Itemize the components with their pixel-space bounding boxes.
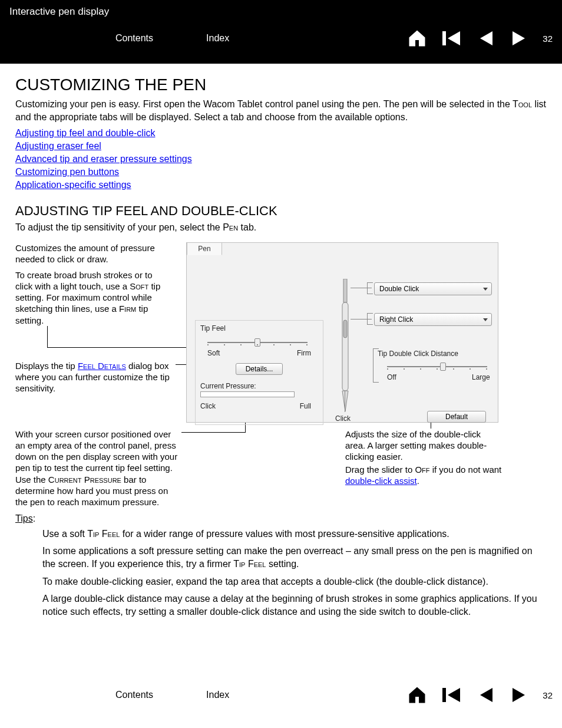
callout-dblclick-area: Adjusts the size of the double-click are… — [345, 429, 498, 463]
section-sub: To adjust the tip sensitivity of your pe… — [15, 221, 547, 234]
callout-pressure: Customizes the amount of pressure needed… — [15, 242, 168, 265]
index-link[interactable]: Index — [206, 33, 229, 44]
pen-shape — [339, 279, 352, 414]
header-nav: Contents Index 32 — [9, 26, 553, 51]
link-eraser-feel[interactable]: Adjusting eraser feel — [15, 141, 547, 151]
tip-4: A large double-click distance may cause … — [42, 592, 547, 618]
callout-current-pressure: With your screen cursor positioned over … — [15, 429, 180, 508]
footer-nav: Contents Index 32 — [0, 677, 562, 713]
section-links: Adjusting tip feel and double-click Adju… — [15, 128, 547, 190]
prev-page-icon[interactable] — [473, 26, 498, 51]
link-tip-feel[interactable]: Adjusting tip feel and double-click — [15, 128, 547, 139]
svg-rect-0 — [442, 31, 446, 45]
link-pen-buttons[interactable]: Customizing pen buttons — [15, 167, 547, 177]
double-click-dropdown[interactable]: Double Click — [374, 282, 492, 295]
firm-label: Firm — [297, 349, 311, 357]
dblclick-assist-link[interactable]: double-click assist — [345, 476, 417, 486]
callout-dblclick-assist: Drag the slider to Off if you do not wan… — [345, 464, 510, 486]
details-button[interactable]: Details... — [236, 363, 283, 375]
click-label: Click — [200, 402, 216, 410]
diagram-area: Customizes the amount of pressure needed… — [15, 242, 547, 508]
header-bar: Interactive pen display Contents Index 3… — [0, 0, 562, 64]
pen-tab[interactable]: Pen — [187, 242, 222, 255]
intro-text: Customizing your pen is easy. First open… — [15, 98, 547, 123]
svg-rect-3 — [343, 320, 347, 338]
pen-click-label: Click — [335, 414, 351, 423]
footer-contents-link[interactable]: Contents — [115, 690, 153, 700]
svg-rect-4 — [442, 688, 446, 702]
tip-feel-label: Tip Feel — [200, 324, 226, 332]
tip-dcd-label: Tip Double Click Distance — [378, 350, 458, 358]
doc-title: Interactive pen display — [9, 6, 553, 18]
callout-details: Displays the tip Feel Details dialog box… — [15, 360, 174, 394]
current-pressure-bar — [200, 391, 295, 397]
soft-label: Soft — [207, 349, 220, 357]
next-page-icon[interactable] — [507, 26, 532, 51]
page-content: CUSTOMIZING THE PEN Customizing your pen… — [0, 64, 562, 618]
tips-label: Tips — [15, 513, 33, 523]
svg-rect-2 — [342, 302, 348, 391]
home-icon[interactable] — [405, 26, 429, 51]
full-label: Full — [300, 402, 311, 410]
tip-2: In some applications a soft pressure set… — [42, 545, 547, 570]
feel-details-link[interactable]: Feel Details — [78, 361, 126, 371]
tips-block: Tips: Use a soft Tip Feel for a wider ra… — [15, 513, 547, 618]
tip-1: Use a soft Tip Feel for a wider range of… — [42, 528, 547, 541]
footer-index-link[interactable]: Index — [206, 690, 229, 700]
link-advanced[interactable]: Advanced tip and eraser pressure setting… — [15, 154, 547, 164]
footer-prev-page-icon[interactable] — [473, 683, 498, 707]
footer-home-icon[interactable] — [405, 683, 429, 707]
page-number: 32 — [543, 34, 553, 44]
link-app-specific[interactable]: Application-specific settings — [15, 180, 547, 190]
page-heading: CUSTOMIZING THE PEN — [15, 75, 547, 94]
current-pressure-label: Current Pressure: — [200, 382, 256, 390]
tip-feel-slider[interactable] — [207, 336, 308, 338]
contents-link[interactable]: Contents — [115, 33, 153, 44]
tip-feel-box: Tip Feel Soft Firm Details... Current Pr… — [195, 320, 323, 425]
off-label: Off — [387, 373, 396, 381]
tip-dcd-slider[interactable] — [387, 360, 487, 363]
footer-first-page-icon[interactable] — [439, 683, 464, 707]
callout-soft-firm: To create broad brush strokes or to clic… — [15, 269, 168, 326]
large-label: Large — [472, 373, 490, 381]
footer-next-page-icon[interactable] — [507, 683, 532, 707]
default-button[interactable]: Default — [427, 411, 486, 423]
svg-rect-1 — [343, 279, 347, 302]
pen-settings-panel: Pen Tip Feel Soft Firm Details... Curren… — [186, 242, 498, 423]
footer-page-number: 32 — [543, 690, 553, 700]
tip-3: To make double-clicking easier, expand t… — [42, 575, 547, 588]
section-heading: ADJUSTING TIP FEEL AND DOUBLE-CLICK — [15, 203, 547, 219]
right-click-dropdown[interactable]: Right Click — [374, 313, 492, 326]
first-page-icon[interactable] — [439, 26, 464, 51]
